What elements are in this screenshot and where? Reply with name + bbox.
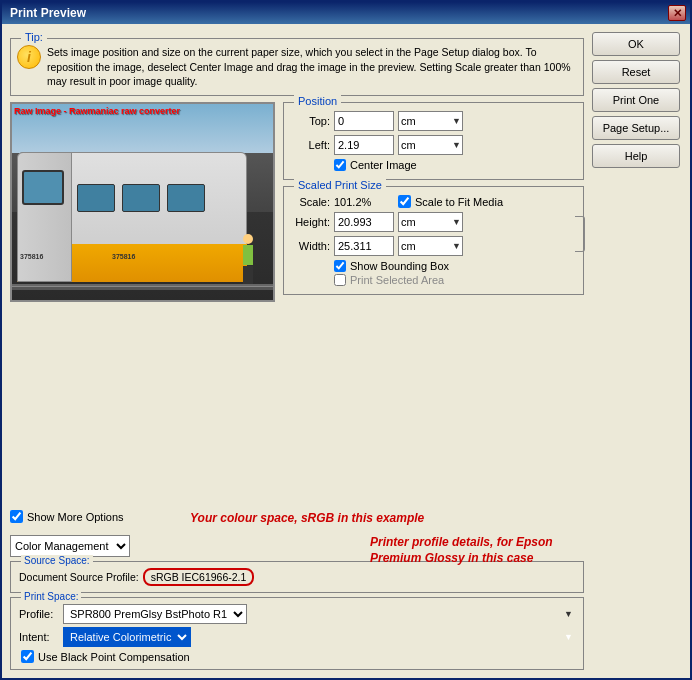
profile-row: Profile: SPR800 PremGlsy BstPhoto R1 ▼ <box>19 604 575 624</box>
print-space-label: Print Space: <box>21 591 81 602</box>
intent-field-label: Intent: <box>19 631 59 643</box>
show-more-label: Show More Options <box>27 511 124 523</box>
left-input[interactable] <box>334 135 394 155</box>
position-label: Position <box>294 95 341 107</box>
print-one-button[interactable]: Print One <box>592 88 680 112</box>
tip-text: Sets image position and size on the curr… <box>47 45 577 89</box>
controls-panel: Position Top: cm in px ▼ <box>283 102 584 504</box>
aspect-ratio-lock <box>575 216 585 252</box>
top-label: Top: <box>292 115 330 127</box>
print-selected-checkbox[interactable] <box>334 274 346 286</box>
scale-to-media-checkbox[interactable] <box>398 195 411 208</box>
scaled-print-label: Scaled Print Size <box>294 179 386 191</box>
top-unit-select[interactable]: cm in px <box>398 111 463 131</box>
profile-select-arrow: ▼ <box>564 609 573 619</box>
help-button[interactable]: Help <box>592 144 680 168</box>
preview-image: Raw Image - Rawmaniac raw converter <box>10 102 275 302</box>
colour-space-annotation: Your colour space, sRGB in this example <box>190 511 424 525</box>
height-label: Height: <box>292 216 330 228</box>
center-image-label: Center Image <box>350 159 417 171</box>
title-bar: Print Preview ✕ <box>2 2 690 24</box>
top-input[interactable] <box>334 111 394 131</box>
show-bounding-label: Show Bounding Box <box>350 260 449 272</box>
top-row: Top: cm in px ▼ <box>292 111 575 131</box>
black-point-label: Use Black Point Compensation <box>38 651 190 663</box>
source-profile-label: Document Source Profile: <box>19 571 139 583</box>
intent-select-arrow: ▼ <box>564 632 573 642</box>
height-unit-select[interactable]: cm in px <box>398 212 463 232</box>
center-image-checkbox[interactable] <box>334 159 346 171</box>
color-management-select[interactable]: Color Management <box>10 535 130 557</box>
tip-label: Tip: <box>21 31 47 43</box>
height-row: Height: cm in px ▼ <box>292 212 575 232</box>
scaled-print-size-group: Scaled Print Size Scale: 101.2% Scale to… <box>283 186 584 295</box>
show-bounding-checkbox[interactable] <box>334 260 346 272</box>
left-label: Left: <box>292 139 330 151</box>
preview-label: Raw Image - Rawmaniac raw converter <box>14 106 180 116</box>
profile-select[interactable]: SPR800 PremGlsy BstPhoto R1 <box>63 604 247 624</box>
width-input[interactable] <box>334 236 394 256</box>
tip-box: Tip: i Sets image position and size on t… <box>10 38 584 96</box>
print-selected-label: Print Selected Area <box>350 274 444 286</box>
show-more-checkbox[interactable] <box>10 510 23 523</box>
color-management-section: Color Management Source Space: Document … <box>10 535 584 670</box>
width-label: Width: <box>292 240 330 252</box>
source-space-label: Source Space: <box>21 555 93 566</box>
scale-label: Scale: <box>292 196 330 208</box>
show-bounding-row: Show Bounding Box <box>334 260 575 272</box>
left-row: Left: cm in px ▼ <box>292 135 575 155</box>
center-image-row: Center Image <box>334 159 575 171</box>
main-area: Raw Image - Rawmaniac raw converter <box>10 102 584 504</box>
black-point-row: Use Black Point Compensation <box>21 650 575 663</box>
ok-button[interactable]: OK <box>592 32 680 56</box>
width-unit-select[interactable]: cm in px <box>398 236 463 256</box>
position-group: Position Top: cm in px ▼ <box>283 102 584 180</box>
right-panel: OK Reset Print One Page Setup... Help <box>592 32 682 670</box>
page-setup-button[interactable]: Page Setup... <box>592 116 680 140</box>
tip-icon: i <box>17 45 41 69</box>
printer-profile-annotation: Printer profile details, for Epson Premi… <box>370 535 553 565</box>
intent-select[interactable]: Relative Colorimetric <box>63 627 191 647</box>
bottom-section: Show More Options Your colour space, sRG… <box>10 510 584 670</box>
profile-field-label: Profile: <box>19 608 59 620</box>
printer-profile-annotation-area: Printer profile details, for Epson Premi… <box>370 535 590 566</box>
intent-row: Intent: Relative Colorimetric ▼ <box>19 627 575 647</box>
height-input[interactable] <box>334 212 394 232</box>
scale-to-media-label: Scale to Fit Media <box>415 196 503 208</box>
scale-value: 101.2% <box>334 196 394 208</box>
reset-button[interactable]: Reset <box>592 60 680 84</box>
left-unit-select[interactable]: cm in px <box>398 135 463 155</box>
window-title: Print Preview <box>10 6 86 20</box>
source-profile-value: sRGB IEC61966-2.1 <box>143 568 255 586</box>
print-selected-row: Print Selected Area <box>334 274 575 286</box>
black-point-checkbox[interactable] <box>21 650 34 663</box>
print-space-group: Print Space: Profile: SPR800 PremGlsy Bs… <box>10 597 584 670</box>
close-button[interactable]: ✕ <box>668 5 686 21</box>
left-panel: Tip: i Sets image position and size on t… <box>10 32 584 670</box>
source-profile-row: Document Source Profile: sRGB IEC61966-2… <box>19 568 575 586</box>
width-row: Width: cm in px ▼ <box>292 236 575 256</box>
print-preview-window: Print Preview ✕ Tip: i Sets image positi… <box>0 0 692 680</box>
scale-row: Scale: 101.2% Scale to Fit Media <box>292 195 575 208</box>
